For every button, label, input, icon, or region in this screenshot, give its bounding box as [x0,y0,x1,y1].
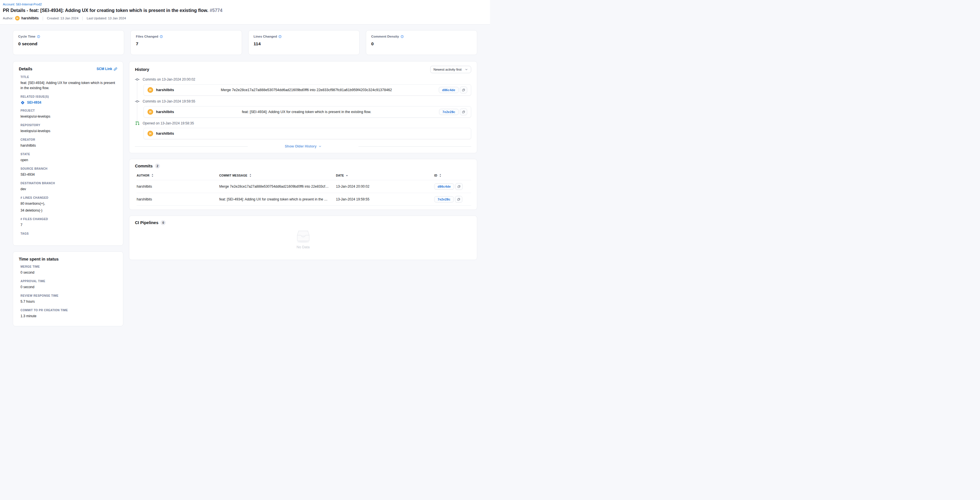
metric-value: 0 second [18,41,119,46]
detail-field-creator: CREATOR harshilbits [21,138,117,148]
detail-field-project: PROJECT levelops/ui-levelops [21,109,117,119]
show-older-history-label: Show Older History [285,144,316,148]
divider [43,16,43,20]
copy-icon[interactable] [460,86,467,93]
chevron-down-icon [465,68,468,71]
metric-value: 114 [254,41,354,46]
cell-commit-message: Merge 7e2e28ce17a27a888e530754dd6ad21609… [219,185,336,188]
table-row: harshilbits Merge 7e2e28ce17a27a888e5307… [137,180,471,193]
git-commit-icon [135,77,140,82]
commits-heading: Commits [135,164,153,168]
commit-author: harshilbits [156,132,174,135]
cell-author: harshilbits [137,185,219,188]
metric-card-comment-density: Comment Density 0 [366,30,477,55]
author-name: harshilbits [21,16,39,20]
metric-label: Files Changed [136,35,158,38]
commits-table-header: AUTHOR COMMIT MESSAGE DATE ID [137,172,471,180]
metric-value: 0 [371,41,472,46]
detail-field-related-issues: RELATED ISSUE(S) SEI-4934 [21,95,117,105]
empty-inbox-icon [296,230,310,243]
cell-date: 13-Jan-2024 19:59:55 [336,197,434,201]
commit-card: H harshilbits feat: [SEI-4934]: Adding U… [143,106,471,118]
related-issue-link[interactable]: SEI-4934 [21,100,117,105]
scm-link[interactable]: SCM Link [97,67,117,71]
copy-icon[interactable] [455,196,462,203]
ci-pipelines-heading: CI Pipelines [135,220,158,225]
show-older-history-divider: Show Older History [135,144,471,148]
last-updated-date: Last Updated: 13 Jan 2024 [87,16,126,20]
chevron-down-icon [318,145,321,148]
commit-hash-badge[interactable]: d86c4de [434,183,454,189]
commit-message: Merge 7e2e28ce17a27a888e530754dd6ad21609… [174,88,439,92]
history-panel: History Newest activity first Commits on… [129,61,477,153]
metric-cards-row: Cycle Time 0 second Files Changed 7 Line… [13,30,477,55]
detail-field-title: TITLE feat: [SEI-4934]: Adding UX for cr… [21,75,117,91]
info-icon[interactable] [278,35,282,38]
author-row: Author: H harshilbits Created: 13 Jan 20… [3,16,485,21]
commit-hash-badge[interactable]: 7e2e28c [434,196,454,202]
info-icon[interactable] [37,35,40,38]
avatar: H [148,131,153,136]
detail-field-source-branch: SOURCE BRANCH SEI-4934 [21,167,117,177]
page-header: Account: SEI-Internal-Prod2 PR Details -… [0,0,490,24]
history-entry: Commits on 13-Jan-2024 19:59:55 H harshi… [135,99,471,121]
column-header-date[interactable]: DATE [336,174,434,177]
history-entry-label: Opened on 13-Jan-2024 19:58:35 [143,121,194,125]
account-breadcrumb-link[interactable]: Account: SEI-Internal-Prod2 [3,3,42,6]
history-entry: Opened on 13-Jan-2024 19:58:35 H harshil… [135,121,471,140]
commit-hash-badge[interactable]: 7e2e28c [439,109,459,115]
history-sort-dropdown[interactable]: Newest activity first [430,66,471,73]
commit-card: H harshilbits Merge 7e2e28ce17a27a888e53… [143,84,471,96]
ci-pipelines-count-badge: 0 [161,220,166,225]
metric-label: Comment Density [371,35,399,38]
column-header-author[interactable]: AUTHOR [137,174,219,177]
detail-field-tags: TAGS [21,232,117,239]
copy-icon[interactable] [455,183,463,190]
show-older-history-link[interactable]: Show Older History [285,144,321,148]
commit-hash-badge[interactable]: d86c4de [439,87,459,93]
related-issue-key: SEI-4934 [27,100,41,105]
detail-field-state: STATE open [21,153,117,162]
table-row: harshilbits feat: [SEI-4934]: Adding UX … [137,193,471,205]
sort-icon [151,174,154,177]
page-title: PR Details - feat: [SEI-4934]: Adding UX… [3,8,485,13]
detail-field-repository: REPOSITORY levelops/ui-levelops [21,124,117,134]
info-icon[interactable] [160,35,163,38]
time-field-commit-to-pr: COMMIT TO PR CREATION TIME 1.3 minute [21,309,117,318]
metric-value: 7 [136,41,236,46]
empty-state: No Data [135,225,471,250]
pull-request-opened-icon [135,121,140,125]
column-header-commit-message[interactable]: COMMIT MESSAGE [219,174,336,177]
avatar: H [148,109,153,115]
time-field-review-response: REVIEW RESPONSE TIME 5.7 hours [21,294,117,304]
cell-commit-message: feat: [SEI-4934]: Adding UX for creating… [219,197,336,201]
commits-table: AUTHOR COMMIT MESSAGE DATE ID [137,172,471,205]
info-icon[interactable] [401,35,404,38]
history-heading: History [135,67,149,72]
commits-count-badge: 2 [155,164,160,169]
details-heading: Details [19,67,32,71]
metric-card-lines-changed: Lines Changed 114 [248,30,360,55]
column-header-id[interactable]: ID [434,174,471,177]
copy-icon[interactable] [460,108,467,115]
avatar: H [15,16,20,21]
author-label: Author: [3,16,13,20]
sort-desc-icon [346,174,348,177]
metric-label: Cycle Time [18,35,36,38]
commits-panel: Commits 2 AUTHOR COMMIT MESSAGE [129,159,477,210]
jira-issue-icon [21,101,24,105]
commit-author: harshilbits [156,110,174,114]
detail-field-destination-branch: DESTINATION BRANCH dev [21,182,117,192]
time-field-merge: MERGE TIME 0 second [21,265,117,275]
divider [82,16,83,20]
details-panel: Details SCM Link TITLE feat: [SEI-4934]:… [13,61,123,246]
no-data-label: No Data [297,245,310,249]
commit-author: harshilbits [156,88,174,92]
metric-label: Lines Changed [254,35,277,38]
pr-title-text: PR Details - feat: [SEI-4934]: Adding UX… [3,8,208,13]
commit-message: feat: [SEI-4934]: Adding UX for creating… [174,110,439,114]
sort-icon [249,174,252,177]
scm-link-label: SCM Link [97,67,112,71]
time-spent-heading: Time spent in status [19,257,117,261]
git-commit-icon [135,99,140,104]
